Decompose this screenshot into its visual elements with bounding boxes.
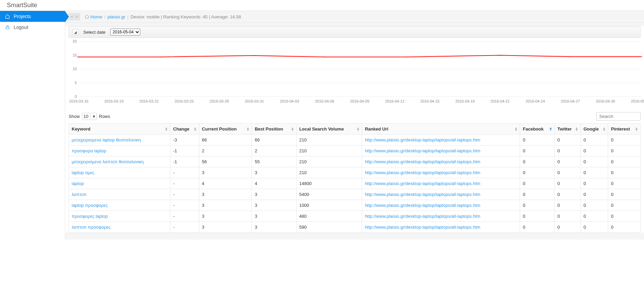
cell-keyword: μεταχειρισμενα laptop θεσσαλονικη <box>69 135 170 146</box>
cell-facebook: 0 <box>520 178 555 189</box>
x-tick: 2016-04-30 <box>596 99 615 103</box>
cell-current: 3 <box>199 200 252 211</box>
cell-best: 4 <box>252 178 296 189</box>
url-link[interactable]: http://www.plaisio.gr/desktop-laptop/lap… <box>365 192 480 197</box>
cell-google: 0 <box>581 135 608 146</box>
x-tick: 2016-03-31 <box>245 99 264 103</box>
url-link[interactable]: http://www.plaisio.gr/desktop-laptop/lap… <box>365 159 480 164</box>
cell-facebook: 0 <box>520 189 555 200</box>
col-keyword[interactable]: Keyword▲▼ <box>69 124 170 135</box>
breadcrumb-project[interactable]: plaisio.gr <box>108 14 125 19</box>
sort-icon: ▲▼ <box>549 127 552 131</box>
keyword-link[interactable]: λαπτοπ <box>72 192 87 197</box>
cell-best: 3 <box>252 211 296 222</box>
url-link[interactable]: http://www.plaisio.gr/desktop-laptop/lap… <box>365 137 480 142</box>
sidebar: Projects Logout <box>0 11 65 240</box>
show-label: Show <box>69 114 80 119</box>
col-change[interactable]: Change▲▼ <box>170 124 199 135</box>
cell-google: 0 <box>581 189 608 200</box>
keyword-link[interactable]: μεταχειρισμενα λαπτοπ θεσσαλονικη <box>72 159 144 164</box>
url-link[interactable]: http://www.plaisio.gr/desktop-laptop/lap… <box>365 148 480 153</box>
rows-select[interactable]: 10 ▾ <box>82 113 97 120</box>
url-link[interactable]: http://www.plaisio.gr/desktop-laptop/lap… <box>365 170 480 175</box>
sidebar-item-logout[interactable]: Logout <box>0 22 65 33</box>
keyword-link[interactable]: προσφορες laptop <box>72 214 108 219</box>
y-tick: 20 <box>73 39 77 43</box>
cell-volume: 14800 <box>296 178 362 189</box>
chart-point[interactable] <box>77 57 81 57</box>
chart-point[interactable] <box>639 57 642 57</box>
y-tick: 15 <box>73 53 77 57</box>
col-twitter[interactable]: Twitter▲▼ <box>555 124 581 135</box>
col-google[interactable]: Google▲▼ <box>581 124 608 135</box>
cell-url: http://www.plaisio.gr/desktop-laptop/lap… <box>362 222 520 233</box>
cell-volume: 210 <box>296 167 362 178</box>
cell-keyword: laptop προσφορες <box>69 200 170 211</box>
x-tick: 2016-04-09 <box>350 99 369 103</box>
sort-icon: ▲▼ <box>356 127 360 131</box>
chart-point[interactable] <box>499 55 502 56</box>
keyword-link[interactable]: λαπτοπ προσφορες <box>72 225 111 230</box>
keyword-link[interactable]: προσφορα laptop <box>72 148 106 153</box>
date-select[interactable]: 2016-05-04 <box>110 29 140 35</box>
cell-google: 0 <box>581 146 608 156</box>
cell-current: 4 <box>199 178 252 189</box>
cell-pinterest: 0 <box>608 189 641 200</box>
collapse-icon[interactable]: ◢ <box>72 29 78 35</box>
cell-pinterest: 0 <box>608 156 641 167</box>
table-row: προσφορες laptop-33480http://www.plaisio… <box>69 211 641 222</box>
lock-icon <box>5 25 10 30</box>
home-icon <box>5 14 10 19</box>
sidebar-item-projects[interactable]: Projects <box>0 11 65 22</box>
chart-point[interactable] <box>569 57 572 57</box>
chart-point[interactable] <box>323 57 326 57</box>
chart-point[interactable] <box>405 57 408 57</box>
chart-point[interactable] <box>159 57 162 57</box>
cell-volume: 210 <box>296 146 362 156</box>
chart: 05101520 2016-03-162016-03-192016-03-222… <box>65 41 644 109</box>
chart-point[interactable] <box>253 56 256 56</box>
cell-volume: 210 <box>296 156 362 167</box>
cell-keyword: μεταχειρισμενα λαπτοπ θεσσαλονικη <box>69 156 170 167</box>
x-tick: 2016-03-28 <box>210 99 229 103</box>
sort-icon: ▲▼ <box>635 127 638 131</box>
chevron-down-icon: ▾ <box>90 114 95 119</box>
col-url[interactable]: Ranked Url▲▼ <box>362 124 520 135</box>
search-input[interactable] <box>596 112 641 121</box>
results-table: Keyword▲▼Change▲▼Current Position▲▼Best … <box>69 123 641 233</box>
keyword-link[interactable]: laptop τιμες <box>72 170 95 175</box>
cell-keyword: laptop τιμες <box>69 167 170 178</box>
cell-google: 0 <box>581 156 608 167</box>
cell-facebook: 0 <box>520 146 555 156</box>
col-volume[interactable]: Local Search Volume▲▼ <box>296 124 362 135</box>
url-link[interactable]: http://www.plaisio.gr/desktop-laptop/lap… <box>365 203 480 208</box>
col-best[interactable]: Best Position▲▼ <box>252 124 296 135</box>
url-link[interactable]: http://www.plaisio.gr/desktop-laptop/lap… <box>365 225 480 230</box>
cell-keyword: προσφορα laptop <box>69 146 170 156</box>
col-pinterest[interactable]: Pinterest▲▼ <box>608 124 641 135</box>
cell-twitter: 0 <box>555 146 581 156</box>
x-tick: 2016-04-03 <box>280 99 299 103</box>
url-link[interactable]: http://www.plaisio.gr/desktop-laptop/lap… <box>365 214 480 219</box>
keyword-link[interactable]: laptop προσφορες <box>72 203 108 208</box>
url-link[interactable]: http://www.plaisio.gr/desktop-laptop/lap… <box>365 181 480 186</box>
date-bar: ◢ Select date 2016-05-04 <box>69 26 641 38</box>
cell-facebook: 0 <box>520 211 555 222</box>
table-row: προσφορα laptop-122210http://www.plaisio… <box>69 146 641 156</box>
table-row: laptop προσφορες-331000http://www.plaisi… <box>69 200 641 211</box>
cell-google: 0 <box>581 167 608 178</box>
cell-twitter: 0 <box>555 167 581 178</box>
cell-google: 0 <box>581 222 608 233</box>
cell-change: -1 <box>170 146 199 156</box>
col-current[interactable]: Current Position▲▼ <box>199 124 252 135</box>
history-nav[interactable]: < > <box>69 13 80 20</box>
sidebar-item-label: Projects <box>14 14 31 19</box>
cell-url: http://www.plaisio.gr/desktop-laptop/lap… <box>362 189 520 200</box>
col-facebook[interactable]: Facebook▲▼ <box>520 124 555 135</box>
sort-icon: ▲▼ <box>194 127 197 131</box>
breadcrumb-home[interactable]: Home <box>90 14 102 19</box>
breadcrumb-sep: | <box>127 14 128 19</box>
keyword-link[interactable]: μεταχειρισμενα laptop θεσσαλονικη <box>72 137 141 142</box>
cell-keyword: laptop <box>69 178 170 189</box>
keyword-link[interactable]: laptop <box>72 181 84 186</box>
